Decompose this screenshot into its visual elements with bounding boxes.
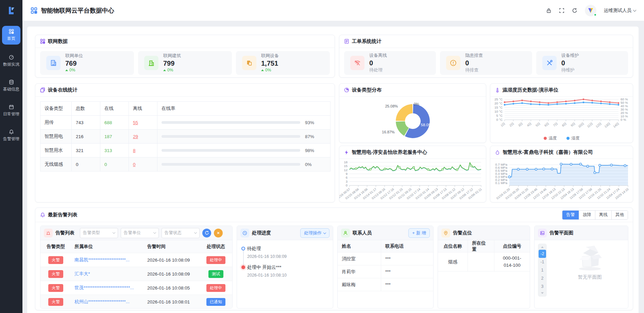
caret-up-icon [261, 69, 264, 71]
alarm-icon [44, 229, 53, 237]
timeline-step: 处理中 开始云*** 2026-01-16 10:08:10 [247, 264, 328, 278]
lock-icon[interactable] [546, 8, 552, 13]
svg-text:0: 0 [346, 183, 348, 187]
svg-text:9: 9 [346, 172, 348, 176]
process-action-button[interactable]: 处理操作 [300, 228, 329, 238]
floor-down-icon[interactable] [541, 292, 544, 294]
legend-temp[interactable]: 温度 [544, 135, 557, 141]
stat-tile-maintenance: 设备维护 0 待维护 [536, 51, 628, 75]
refresh-icon[interactable] [572, 8, 577, 13]
panel-title: 告警列表 [55, 230, 74, 236]
tab-alarm[interactable]: 告警 [562, 211, 579, 219]
unit-link[interactable]: 杭州山*********************... [74, 299, 130, 304]
workorder-card: 工单系统统计 设备离线 0 待处理 [339, 35, 633, 78]
status-badge: 已通知 [206, 298, 225, 306]
floor-button[interactable]: -2 [539, 250, 546, 258]
status-badge: 测试 [208, 270, 223, 278]
chevron-down-icon [153, 231, 156, 234]
unit-link[interactable]: 汇丰大* [74, 271, 90, 276]
svg-text:15 °C: 15 °C [494, 105, 503, 109]
offline-link[interactable]: 55 [133, 120, 138, 125]
contacts-panel: 联系人员 + 新 增 姓名 联系电话 消控室 *** 肖莉华 *** [337, 226, 434, 309]
alarm-bell-icon [9, 129, 14, 134]
clock-icon [240, 229, 249, 237]
offline-link[interactable]: 0 [133, 162, 136, 167]
svg-text:30 %: 30 % [621, 108, 628, 111]
filter-alarm-unit[interactable]: 告警单位 [121, 228, 159, 238]
sidebar-item-basic-info[interactable]: 基础信息 [2, 78, 20, 94]
empty-plan-text: 暂无平面图 [578, 274, 602, 280]
chevron-down-icon [194, 231, 197, 234]
legend-humidity[interactable]: 湿度 [566, 135, 580, 141]
charts-row: 设备在线统计 设备类型 总数 在线 离线 在线率 用传 743 688 55 9… [35, 83, 633, 202]
sidebar-item-daily-mgmt[interactable]: 日常管理 [2, 102, 20, 119]
building2-icon [144, 56, 158, 70]
svg-text:13日: 13日 [604, 122, 611, 129]
filter-alarm-type[interactable]: 告警类型 [80, 228, 118, 238]
location-pin-icon [441, 229, 450, 237]
avatar[interactable] [585, 5, 596, 16]
col-device-type: 设备类型 [40, 102, 72, 115]
tab-other[interactable]: 其他 [611, 211, 628, 219]
offline-link[interactable]: 29 [133, 134, 138, 139]
svg-text:4日: 4日 [526, 122, 532, 128]
timeline-dot-processing [241, 265, 245, 269]
svg-text:12: 12 [344, 168, 348, 172]
stat-value: 799 [163, 59, 181, 68]
col-offline: 离线 [129, 102, 157, 115]
progress-header: 处理进度 处理操作 [237, 226, 333, 240]
sidebar-nav: 首页 数据实况 基础信息 日常管理 告警管理 [0, 21, 22, 144]
temp-humidity-chart: 0 °C5 °C10 °C15 °C20 °C25 °C0 %10 %20 %3… [490, 97, 633, 132]
table-row: 智慧用电 216 187 29 87% [40, 130, 330, 144]
sidebar-item-alarm-mgmt[interactable]: 告警管理 [2, 127, 20, 144]
tab-fault[interactable]: 故障 [579, 211, 595, 219]
sidebar-item-label: 数据实况 [3, 62, 19, 67]
lightning-icon [344, 150, 349, 155]
stat-tile-offline: 设备离线 0 待处理 [344, 51, 436, 75]
unit-link[interactable]: 世茂**************************... [74, 285, 134, 290]
device-type-pie-chart: 58.05%16.87%25.08%0% [339, 97, 486, 143]
stat-sub: 待处理 [369, 67, 387, 73]
temp-humidity-card: 温湿度历史数据-演示单位 0 °C5 °C10 °C15 °C20 °C25 °… [490, 83, 633, 143]
svg-text:15: 15 [344, 164, 348, 168]
user-menu[interactable]: 运维测试人员 [604, 7, 636, 14]
floor-button[interactable]: 3 [539, 282, 546, 291]
device-online-header: 设备在线统计 [35, 84, 335, 97]
table-row: 用传 743 688 55 93% [40, 116, 330, 130]
device-online-card: 设备在线统计 设备类型 总数 在线 离线 在线率 用传 743 688 55 9… [35, 83, 335, 202]
fullscreen-icon[interactable] [559, 8, 564, 13]
chart-grid: 设备类型分布 58.05%16.87%25.08%0% 温湿度历史数据-演示单位… [339, 83, 633, 202]
stat-tile-devices: 联网设备 1,751 0% [236, 51, 330, 75]
refresh-button[interactable] [202, 229, 211, 237]
unit-link[interactable]: 南昌凯*********************... [74, 257, 130, 262]
stat-tile-hazard: 隐患排查 0 待排查 [440, 51, 532, 75]
points-table-header: 点位名称 所在位置 点位编号 [438, 240, 530, 252]
panel-title: 告警平面图 [549, 230, 573, 236]
sidebar-item-data-live[interactable]: 数据实况 [2, 53, 20, 69]
stat-sub: 待维护 [561, 67, 579, 73]
offline-link[interactable]: 8 [133, 148, 136, 153]
add-contact-button[interactable]: + 新 增 [408, 228, 430, 238]
svg-text:10日: 10日 [577, 122, 584, 129]
alarm-points-panel: 告警点位 点位名称 所在位置 点位编号 烟感 000-001-014-100 [438, 226, 530, 309]
timeline-dot-pending [241, 247, 245, 250]
floor-button[interactable]: 2 [539, 274, 546, 282]
topbar: 智能物联网云平台数据中心 运维测试人员 [22, 0, 644, 21]
filter-alarm-status[interactable]: 告警状态 [162, 228, 200, 238]
floor-button[interactable]: -1 [539, 258, 546, 266]
empty-box-icon [571, 243, 609, 272]
floor-button[interactable]: 1 [539, 266, 546, 274]
app-logo[interactable] [0, 0, 22, 21]
document-icon [344, 39, 349, 44]
close-button[interactable]: × [214, 229, 223, 237]
floor-up-icon[interactable] [541, 246, 544, 248]
sidebar: 首页 数据实况 基础信息 日常管理 告警管理 [0, 0, 22, 313]
alarm-panels: 告警列表 告警类型 告警单位 告警状态 × 告警类型 所属单位 告警时间 处理状… [35, 222, 633, 310]
tab-offline[interactable]: 离线 [595, 211, 611, 219]
electricity-header: 智慧用电-淳安县怡欣养老服务中心 [339, 146, 486, 159]
device-type-pie-card: 设备类型分布 58.05%16.87%25.08%0% [339, 83, 486, 143]
contact-row: 肖莉华 *** [338, 265, 433, 278]
alarm-tabs: 告警 故障 离线 其他 [562, 210, 628, 220]
sidebar-item-home[interactable]: 首页 [2, 26, 20, 45]
svg-text:14日: 14日 [613, 122, 620, 129]
